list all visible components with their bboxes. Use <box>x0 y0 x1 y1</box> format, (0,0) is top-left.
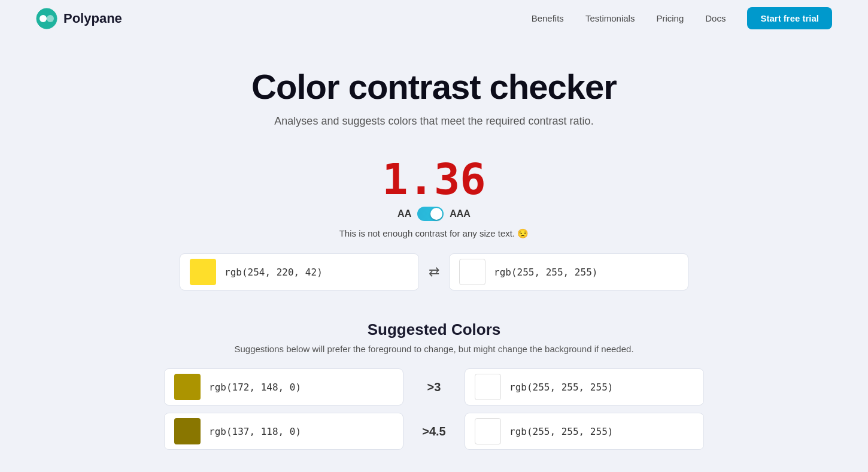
suggested-ratio-2: >4.5 <box>413 425 455 438</box>
svg-point-1 <box>40 15 47 22</box>
checker-section: 1.36 AA AAA This is not enough contrast … <box>0 158 868 457</box>
suggested-bg-swatch-2 <box>475 418 501 444</box>
contrast-message: This is not enough contrast for any size… <box>339 228 529 239</box>
nav-benefits[interactable]: Benefits <box>532 13 564 23</box>
logo-text: Polypane <box>63 11 122 26</box>
nav-docs[interactable]: Docs <box>705 13 726 23</box>
contrast-ratio-value: 1.36 <box>382 158 485 201</box>
toggle-thumb <box>430 208 442 220</box>
nav-links: Benefits Testimonials Pricing Docs Start… <box>532 7 832 29</box>
aa-label: AA <box>397 208 411 219</box>
logo-icon <box>36 8 57 29</box>
aa-aaa-toggle-row: AA AAA <box>397 207 471 221</box>
suggested-row-1: rgb(172, 148, 0) >3 rgb(255, 255, 255) <box>147 368 721 406</box>
foreground-color-value: rgb(254, 220, 42) <box>224 267 323 278</box>
suggested-bg-1[interactable]: rgb(255, 255, 255) <box>465 368 704 406</box>
suggested-subtitle: Suggestions below will prefer the foregr… <box>147 344 721 354</box>
background-color-value: rgb(255, 255, 255) <box>494 267 597 278</box>
suggested-fg-swatch-1 <box>174 374 201 400</box>
suggested-section: Suggested Colors Suggestions below will … <box>147 320 721 457</box>
page-title: Color contrast checker <box>12 66 856 107</box>
logo[interactable]: Polypane <box>36 8 122 29</box>
hero-subtitle: Analyses and suggests colors that meet t… <box>12 115 856 128</box>
suggested-bg-2[interactable]: rgb(255, 255, 255) <box>465 413 704 450</box>
color-inputs-row: rgb(254, 220, 42) ⇄ rgb(255, 255, 255) <box>180 253 688 291</box>
nav-testimonials[interactable]: Testimonials <box>585 13 635 23</box>
aaa-label: AAA <box>450 208 471 219</box>
hero-section: Color contrast checker Analyses and sugg… <box>0 37 868 134</box>
aa-aaa-toggle[interactable] <box>417 207 444 221</box>
svg-point-2 <box>47 15 54 22</box>
suggested-bg-swatch-1 <box>475 374 501 400</box>
swap-colors-button[interactable]: ⇄ <box>429 264 439 280</box>
navbar: Polypane Benefits Testimonials Pricing D… <box>0 0 868 37</box>
suggested-fg-1[interactable]: rgb(172, 148, 0) <box>164 368 403 406</box>
background-color-input[interactable]: rgb(255, 255, 255) <box>449 253 688 291</box>
suggested-fg-value-2: rgb(137, 118, 0) <box>209 426 301 437</box>
foreground-color-input[interactable]: rgb(254, 220, 42) <box>180 253 419 291</box>
suggested-row-2: rgb(137, 118, 0) >4.5 rgb(255, 255, 255) <box>147 413 721 450</box>
suggested-fg-value-1: rgb(172, 148, 0) <box>209 382 301 393</box>
suggested-ratio-1: >3 <box>413 380 455 394</box>
suggested-bg-value-1: rgb(255, 255, 255) <box>509 382 613 393</box>
foreground-color-swatch <box>190 259 216 285</box>
nav-pricing[interactable]: Pricing <box>656 13 684 23</box>
suggested-fg-2[interactable]: rgb(137, 118, 0) <box>164 413 403 450</box>
background-color-swatch <box>459 259 485 285</box>
suggested-bg-value-2: rgb(255, 255, 255) <box>509 426 613 437</box>
suggested-title: Suggested Colors <box>147 320 721 339</box>
suggested-fg-swatch-2 <box>174 418 201 444</box>
start-free-trial-button[interactable]: Start free trial <box>747 7 832 29</box>
